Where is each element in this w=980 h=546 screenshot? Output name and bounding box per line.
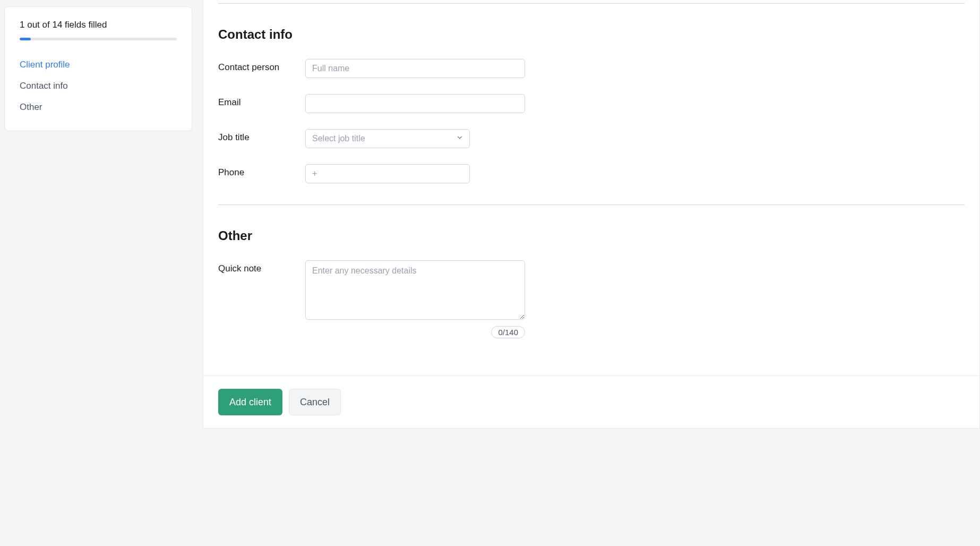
textarea-quick-note[interactable]: [305, 260, 525, 320]
input-phone[interactable]: [305, 164, 470, 183]
field-row-job-title: Job title Select job title: [218, 129, 965, 148]
label-job-title: Job title: [218, 129, 305, 143]
label-phone: Phone: [218, 164, 305, 178]
input-contact-person[interactable]: [305, 59, 525, 78]
main-form-panel: Contact info Contact person Email Job ti…: [203, 0, 980, 429]
label-quick-note: Quick note: [218, 260, 305, 274]
field-row-email: Email: [218, 94, 965, 113]
form-footer: Add client Cancel: [203, 376, 979, 428]
section-title-contact-info: Contact info: [218, 27, 965, 42]
input-email[interactable]: [305, 94, 525, 113]
field-row-phone: Phone: [218, 164, 965, 183]
sidebar-item-contact-info[interactable]: Contact info: [20, 75, 177, 97]
progress-fill: [20, 38, 31, 40]
select-job-title[interactable]: Select job title: [305, 129, 470, 148]
cancel-button[interactable]: Cancel: [289, 389, 341, 415]
progress-bar: [20, 38, 177, 40]
label-contact-person: Contact person: [218, 59, 305, 73]
sidebar-progress-card: 1 out of 14 fields filled Client profile…: [4, 6, 192, 131]
section-title-other: Other: [218, 228, 965, 243]
label-email: Email: [218, 94, 305, 108]
add-client-button[interactable]: Add client: [218, 389, 282, 415]
field-row-quick-note: Quick note 0/140: [218, 260, 965, 338]
progress-text: 1 out of 14 fields filled: [20, 20, 177, 30]
divider: [218, 3, 965, 4]
char-counter-badge: 0/140: [491, 326, 525, 338]
sidebar-item-other[interactable]: Other: [20, 97, 177, 118]
divider: [218, 204, 965, 205]
field-row-contact-person: Contact person: [218, 59, 965, 78]
sidebar-item-client-profile[interactable]: Client profile: [20, 54, 177, 75]
